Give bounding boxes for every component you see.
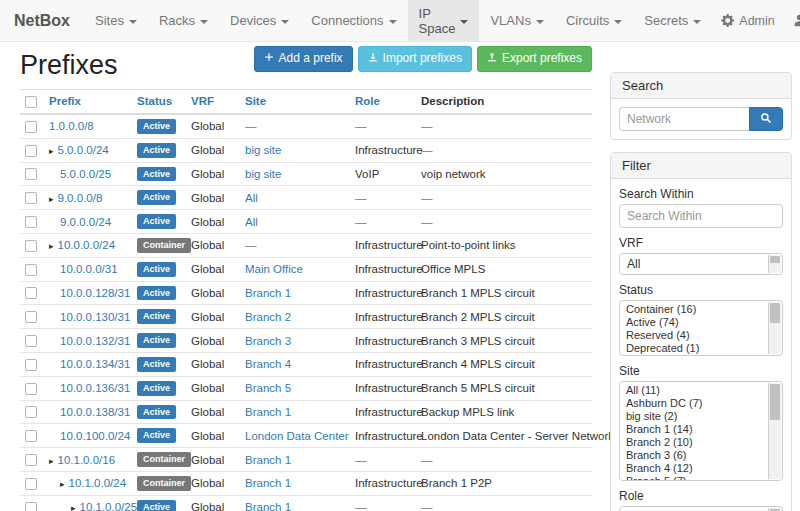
- admin-link[interactable]: Admin: [712, 0, 783, 41]
- option-status[interactable]: Reserved (4): [623, 329, 764, 342]
- role-label: Role: [619, 489, 783, 503]
- option-site[interactable]: big site (2): [623, 410, 764, 423]
- option-status[interactable]: Deprecated (1): [623, 342, 764, 355]
- search-input[interactable]: [619, 107, 749, 131]
- row-checkbox[interactable]: [25, 121, 37, 133]
- option-site[interactable]: All (11): [623, 384, 764, 397]
- prefix-link[interactable]: 9.0.0.0/24: [60, 216, 111, 228]
- site-link[interactable]: Main Office: [245, 263, 303, 275]
- prefix-link[interactable]: 9.0.0.0/8: [58, 192, 103, 204]
- status-listbox[interactable]: Container (16)Active (74)Reserved (4)Dep…: [619, 300, 783, 356]
- option-site[interactable]: Branch 1 (14): [623, 423, 764, 436]
- sort-header-role[interactable]: Role: [355, 95, 380, 107]
- row-checkbox[interactable]: [25, 240, 37, 252]
- site-link[interactable]: Branch 1: [245, 454, 291, 466]
- description-value: Branch 1 MPLS circuit: [421, 287, 535, 299]
- option-site[interactable]: Ashburn DC (7): [623, 397, 764, 410]
- prefix-link[interactable]: 10.0.0.136/31: [60, 382, 130, 394]
- prefix-link[interactable]: 10.1.0.0/16: [58, 454, 116, 466]
- site-link[interactable]: All: [245, 192, 258, 204]
- site-link[interactable]: Branch 1: [245, 406, 291, 418]
- row-checkbox[interactable]: [25, 478, 37, 490]
- row-checkbox[interactable]: [25, 192, 37, 204]
- row-checkbox[interactable]: [25, 359, 37, 371]
- nav-item-devices[interactable]: Devices: [219, 0, 300, 41]
- brand-link[interactable]: NetBox: [0, 0, 84, 41]
- nav-item-connections[interactable]: Connections: [300, 0, 407, 41]
- row-checkbox[interactable]: [25, 216, 37, 228]
- listbox-scrollbar[interactable]: [768, 302, 781, 354]
- nav-item-label: Sites: [95, 13, 124, 28]
- sort-header-status[interactable]: Status: [137, 95, 172, 107]
- page-title: Prefixes: [20, 50, 118, 81]
- prefix-link[interactable]: 10.1.0.0/25: [80, 501, 138, 511]
- row-checkbox[interactable]: [25, 145, 37, 157]
- row-checkbox[interactable]: [25, 406, 37, 418]
- add-prefix-button[interactable]: Add a prefix: [254, 46, 353, 72]
- option-status[interactable]: Active (74): [623, 316, 764, 329]
- row-checkbox[interactable]: [25, 383, 37, 395]
- prefix-link[interactable]: 5.0.0.0/24: [58, 144, 109, 156]
- listbox-scrollbar[interactable]: [768, 383, 781, 479]
- role-value: Infrastructure: [355, 287, 423, 299]
- nav-item-secrets[interactable]: Secrets: [633, 0, 712, 41]
- sort-header-vrf[interactable]: VRF: [191, 95, 214, 107]
- nav-item-circuits[interactable]: Circuits: [555, 0, 633, 41]
- row-checkbox[interactable]: [25, 311, 37, 323]
- site-link[interactable]: Branch 1: [245, 501, 291, 511]
- site-link[interactable]: Branch 5: [245, 382, 291, 394]
- export-prefixes-button[interactable]: Export prefixes: [477, 46, 592, 72]
- vrf-value: Global: [191, 239, 224, 251]
- option-site[interactable]: Branch 4 (12): [623, 462, 764, 475]
- row-checkbox[interactable]: [25, 287, 37, 299]
- prefix-link[interactable]: 10.0.0.0/24: [58, 239, 116, 251]
- prefix-link[interactable]: 10.0.0.128/31: [60, 287, 130, 299]
- profile-link[interactable]: Profile: [784, 0, 800, 41]
- sort-header-prefix[interactable]: Prefix: [49, 95, 81, 107]
- row-checkbox[interactable]: [25, 430, 37, 442]
- site-link[interactable]: big site: [245, 168, 281, 180]
- site-link[interactable]: Branch 4: [245, 358, 291, 370]
- row-checkbox[interactable]: [25, 502, 37, 511]
- row-checkbox[interactable]: [25, 168, 37, 180]
- row-checkbox[interactable]: [25, 454, 37, 466]
- select-all-checkbox[interactable]: [25, 96, 37, 108]
- site-link[interactable]: London Data Center: [245, 430, 349, 442]
- prefix-link[interactable]: 10.0.0.130/31: [60, 311, 130, 323]
- prefix-link[interactable]: 10.0.0.132/31: [60, 335, 130, 347]
- site-link[interactable]: Branch 1: [245, 287, 291, 299]
- option-site[interactable]: Branch 2 (10): [623, 436, 764, 449]
- vrf-select[interactable]: All: [619, 253, 783, 275]
- option-site[interactable]: Branch 5 (7): [623, 475, 764, 481]
- search-button[interactable]: [749, 107, 783, 131]
- prefix-link[interactable]: 10.0.0.0/31: [60, 263, 118, 275]
- content: Prefixes Add a prefix Import prefixes Ex…: [0, 42, 800, 511]
- import-prefixes-button[interactable]: Import prefixes: [358, 46, 472, 72]
- prefix-link[interactable]: 10.0.0.138/31: [60, 406, 130, 418]
- option-site[interactable]: Branch 3 (6): [623, 449, 764, 462]
- expand-arrow-icon: ▸: [49, 194, 54, 204]
- prefix-link[interactable]: 10.0.100.0/24: [60, 430, 130, 442]
- role-listbox[interactable]: Infrastructure (25)Management (8)Private…: [619, 506, 783, 511]
- row-checkbox[interactable]: [25, 335, 37, 347]
- nav-item-ip-space[interactable]: IP Space: [408, 0, 480, 41]
- site-listbox[interactable]: All (11)Ashburn DC (7)big site (2)Branch…: [619, 381, 783, 481]
- option-status[interactable]: Container (16): [623, 303, 764, 316]
- prefix-link[interactable]: 10.0.0.134/31: [60, 358, 130, 370]
- sort-header-site[interactable]: Site: [245, 95, 266, 107]
- empty-marker: —: [355, 216, 367, 228]
- site-link[interactable]: big site: [245, 144, 281, 156]
- prefix-link[interactable]: 5.0.0.0/25: [60, 168, 111, 180]
- site-link[interactable]: Branch 1: [245, 477, 291, 489]
- search-within-input[interactable]: [619, 204, 783, 228]
- site-link[interactable]: Branch 3: [245, 335, 291, 347]
- row-checkbox[interactable]: [25, 264, 37, 276]
- prefix-link[interactable]: 10.1.0.0/24: [69, 477, 127, 489]
- prefix-link[interactable]: 1.0.0.0/8: [49, 120, 94, 132]
- nav-item-racks[interactable]: Racks: [148, 0, 219, 41]
- site-link[interactable]: All: [245, 216, 258, 228]
- site-link[interactable]: Branch 2: [245, 311, 291, 323]
- nav-item-sites[interactable]: Sites: [84, 0, 148, 41]
- table-row: 10.0.0.0/31ActiveGlobalMain OfficeInfras…: [20, 257, 592, 281]
- nav-item-vlans[interactable]: VLANs: [479, 0, 554, 41]
